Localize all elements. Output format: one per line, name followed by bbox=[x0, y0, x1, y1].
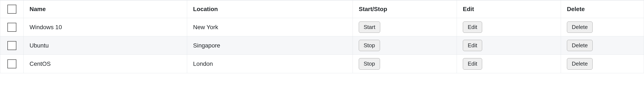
row-name: Ubuntu bbox=[24, 36, 187, 55]
delete-button[interactable]: Delete bbox=[567, 58, 592, 69]
start-stop-button[interactable]: Stop bbox=[359, 40, 380, 51]
row-edit-cell: Edit bbox=[457, 36, 561, 55]
edit-button[interactable]: Edit bbox=[463, 58, 482, 69]
select-all-checkbox[interactable] bbox=[8, 5, 16, 14]
row-select-cell bbox=[0, 18, 24, 36]
row-select-cell bbox=[0, 55, 24, 73]
row-startstop-cell: Stop bbox=[353, 55, 457, 73]
row-location: Singapore bbox=[187, 36, 353, 55]
row-edit-cell: Edit bbox=[457, 18, 561, 36]
header-startstop: Start/Stop bbox=[353, 0, 457, 18]
delete-button[interactable]: Delete bbox=[567, 40, 592, 51]
row-name: Windows 10 bbox=[24, 18, 187, 36]
row-location: London bbox=[187, 55, 353, 73]
row-delete-cell: Delete bbox=[561, 55, 644, 73]
header-name: Name bbox=[24, 0, 187, 18]
header-delete: Delete bbox=[561, 0, 644, 18]
edit-button[interactable]: Edit bbox=[463, 40, 482, 51]
row-name: CentOS bbox=[24, 55, 187, 73]
delete-button[interactable]: Delete bbox=[567, 22, 592, 33]
header-location: Location bbox=[187, 0, 353, 18]
table-header-row: Name Location Start/Stop Edit Delete bbox=[0, 0, 644, 18]
header-edit: Edit bbox=[457, 0, 561, 18]
row-startstop-cell: Start bbox=[353, 18, 457, 36]
row-checkbox[interactable] bbox=[8, 23, 16, 32]
vm-table: Name Location Start/Stop Edit Delete Win… bbox=[0, 0, 644, 73]
row-checkbox[interactable] bbox=[8, 41, 16, 50]
row-checkbox[interactable] bbox=[8, 59, 16, 68]
start-stop-button[interactable]: Start bbox=[359, 22, 380, 33]
row-delete-cell: Delete bbox=[561, 36, 644, 55]
table-row: Windows 10 New York Start Edit Delete bbox=[0, 18, 644, 36]
row-startstop-cell: Stop bbox=[353, 36, 457, 55]
row-delete-cell: Delete bbox=[561, 18, 644, 36]
header-select-all bbox=[0, 0, 24, 18]
edit-button[interactable]: Edit bbox=[463, 22, 482, 33]
table-row: CentOS London Stop Edit Delete bbox=[0, 55, 644, 73]
table-row: Ubuntu Singapore Stop Edit Delete bbox=[0, 36, 644, 55]
row-edit-cell: Edit bbox=[457, 55, 561, 73]
row-select-cell bbox=[0, 36, 24, 55]
row-location: New York bbox=[187, 18, 353, 36]
start-stop-button[interactable]: Stop bbox=[359, 58, 380, 69]
